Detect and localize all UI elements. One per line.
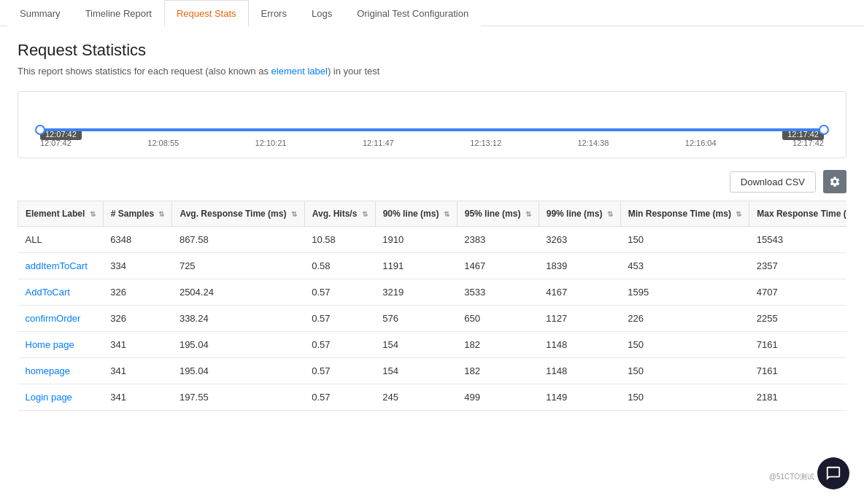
gear-icon xyxy=(829,176,841,187)
sort-icon: ⇅ xyxy=(158,210,164,218)
cell-samples: 334 xyxy=(103,253,172,279)
cell-samples: 326 xyxy=(103,279,172,306)
cell-avg_hits: 10.58 xyxy=(304,227,375,253)
sort-icon: ⇅ xyxy=(525,210,531,218)
cell-p99: 1149 xyxy=(539,384,620,411)
slider-track-wrapper: 12:07:42 12:17:42 xyxy=(40,128,824,131)
page-title: Request Statistics xyxy=(18,41,846,60)
col-header-max_response[interactable]: Max Response Time (ms) ⇅ xyxy=(749,201,846,227)
col-header-p90[interactable]: 90% line (ms) ⇅ xyxy=(375,201,457,227)
slider-time-label: 12:10:21 xyxy=(255,139,287,147)
request-stats-table-wrapper: Element Label ⇅# Samples ⇅Avg. Response … xyxy=(18,201,846,411)
cell-samples: 341 xyxy=(103,358,172,384)
cell-p90: 154 xyxy=(375,358,457,384)
table-row: Login page341197.550.5724549911491502181… xyxy=(18,384,847,411)
cell-p95: 182 xyxy=(457,332,539,358)
col-header-element_label[interactable]: Element Label ⇅ xyxy=(18,201,104,227)
col-header-p95[interactable]: 95% line (ms) ⇅ xyxy=(457,201,539,227)
download-csv-button[interactable]: Download CSV xyxy=(730,171,816,193)
cell-min_response: 1595 xyxy=(620,279,749,306)
cell-max_response: 7161 xyxy=(749,358,846,384)
slider-track[interactable] xyxy=(40,128,824,131)
slider-time-label: 12:13:12 xyxy=(470,139,501,147)
tab-summary[interactable]: Summary xyxy=(7,0,73,26)
cell-avg_response: 338.24 xyxy=(172,306,304,332)
cell-element_label[interactable]: addItemToCart xyxy=(18,253,104,279)
cell-p95: 2383 xyxy=(457,227,539,253)
page-content: Request Statistics This report shows sta… xyxy=(0,26,864,425)
cell-avg_response: 197.55 xyxy=(172,384,304,411)
slider-container: 12:07:42 12:17:42 12:07:4212:08:5512:10:… xyxy=(40,128,824,147)
col-header-avg_hits[interactable]: Avg. Hits/s ⇅ xyxy=(304,201,375,227)
sort-icon: ⇅ xyxy=(362,210,368,218)
cell-min_response: 150 xyxy=(620,384,749,411)
cell-avg_hits: 0.57 xyxy=(304,384,375,411)
tab-logs[interactable]: Logs xyxy=(299,0,344,26)
cell-p99: 1148 xyxy=(539,358,620,384)
cell-p99: 1839 xyxy=(539,253,620,279)
table-row: homepage341195.040.57154182114815071611.… xyxy=(18,358,847,384)
cell-p99: 3263 xyxy=(539,227,620,253)
subtitle-link[interactable]: element label xyxy=(271,66,328,77)
cell-avg_response: 725 xyxy=(172,253,304,279)
cell-element_label[interactable]: Login page xyxy=(18,384,104,411)
tab-request-stats[interactable]: Request Stats xyxy=(164,0,249,26)
table-row: addItemToCart3347250.5811911467183945323… xyxy=(18,253,847,279)
cell-p95: 182 xyxy=(457,358,539,384)
sort-icon: ⇅ xyxy=(90,210,96,218)
sort-icon: ⇅ xyxy=(607,210,613,218)
slider-time-label: 12:08:55 xyxy=(147,139,179,147)
cell-element_label[interactable]: AddToCart xyxy=(18,279,104,306)
cell-max_response: 4707 xyxy=(749,279,846,306)
cell-p90: 1910 xyxy=(375,227,457,253)
settings-button[interactable] xyxy=(823,170,846,193)
col-header-samples[interactable]: # Samples ⇅ xyxy=(103,201,172,227)
cell-element_label[interactable]: confirmOrder xyxy=(18,306,104,332)
cell-samples: 341 xyxy=(103,384,172,411)
cell-p99: 1127 xyxy=(539,306,620,332)
subtitle-post: ) in your test xyxy=(328,66,380,77)
sort-icon: ⇅ xyxy=(444,210,450,218)
request-stats-table: Element Label ⇅# Samples ⇅Avg. Response … xyxy=(18,201,846,411)
tab-timeline-report[interactable]: Timeline Report xyxy=(73,0,164,26)
cell-avg_response: 867.58 xyxy=(172,227,304,253)
cell-min_response: 226 xyxy=(620,306,749,332)
slider-time-label: 12:16:04 xyxy=(685,139,717,147)
tab-original-test-configuration[interactable]: Original Test Configuration xyxy=(344,0,481,26)
cell-element_label[interactable]: Home page xyxy=(18,332,104,358)
slider-left-handle[interactable] xyxy=(35,125,45,135)
col-header-p99[interactable]: 99% line (ms) ⇅ xyxy=(539,201,620,227)
slider-right-handle[interactable] xyxy=(819,125,829,135)
tab-errors[interactable]: Errors xyxy=(249,0,299,26)
slider-time-labels: 12:07:4212:08:5512:10:2112:11:4712:13:12… xyxy=(40,139,824,147)
col-header-avg_response[interactable]: Avg. Response Time (ms) ⇅ xyxy=(172,201,304,227)
cell-max_response: 2181 xyxy=(749,384,846,411)
table-body: ALL6348867.5810.581910238332631501554331… xyxy=(18,227,847,411)
cell-avg_hits: 0.57 xyxy=(304,332,375,358)
cell-avg_hits: 0.57 xyxy=(304,306,375,332)
sort-icon: ⇅ xyxy=(291,210,297,218)
cell-max_response: 2357 xyxy=(749,253,846,279)
cell-p90: 1191 xyxy=(375,253,457,279)
slider-time-label: 12:14:38 xyxy=(577,139,609,147)
table-row: Home page341195.040.57154182114815071611… xyxy=(18,332,847,358)
cell-avg_response: 2504.24 xyxy=(172,279,304,306)
cell-min_response: 150 xyxy=(620,358,749,384)
cell-samples: 326 xyxy=(103,306,172,332)
tabs-bar: SummaryTimeline ReportRequest StatsError… xyxy=(0,0,864,26)
col-header-min_response[interactable]: Min Response Time (ms) ⇅ xyxy=(620,201,749,227)
table-row: confirmOrder326338.240.57576650112722622… xyxy=(18,306,847,332)
cell-min_response: 150 xyxy=(620,332,749,358)
cell-avg_hits: 0.57 xyxy=(304,279,375,306)
cell-p99: 4167 xyxy=(539,279,620,306)
cell-avg_response: 195.04 xyxy=(172,358,304,384)
cell-p90: 154 xyxy=(375,332,457,358)
cell-min_response: 453 xyxy=(620,253,749,279)
subtitle-pre: This report shows statistics for each re… xyxy=(18,66,271,77)
cell-samples: 341 xyxy=(103,332,172,358)
cell-element_label: ALL xyxy=(18,227,104,253)
cell-p95: 3533 xyxy=(457,279,539,306)
sort-icon: ⇅ xyxy=(736,210,741,218)
cell-samples: 6348 xyxy=(103,227,172,253)
cell-element_label[interactable]: homepage xyxy=(18,358,104,384)
